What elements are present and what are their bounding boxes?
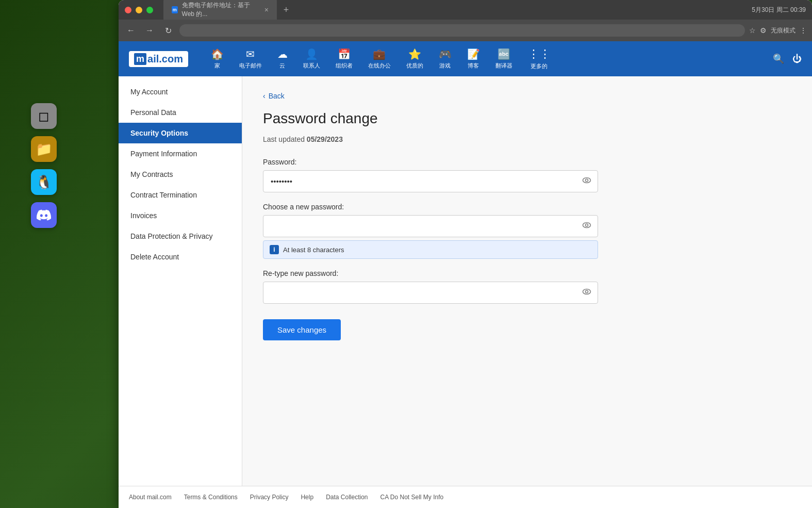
browser-window: m 免费电子邮件地址：基于 Web 的... × + 5月30日 周二 00:3… [119,0,812,508]
new-password-form-group: Choose a new password: i At least 8 char… [263,203,791,259]
back-nav-button[interactable]: ← [124,23,138,38]
nav-cloud[interactable]: ☁ 云 [270,45,295,73]
nav-more[interactable]: ⋮⋮ 更多的 [521,44,558,73]
sidebar-item-my-account[interactable]: My Account [119,81,242,102]
retype-password-input-wrapper [263,282,598,304]
save-changes-button[interactable]: Save changes [263,319,341,340]
last-updated-date: 05/29/2023 [307,135,343,143]
mailcom-logo[interactable]: mail.com [129,51,188,67]
sidebar-item-invoices[interactable]: Invoices [119,205,242,226]
password-input-wrapper [263,170,598,192]
last-updated-prefix: Last updated [263,135,307,143]
nav-office[interactable]: 💼 在线办公 [361,45,398,73]
logout-icon[interactable]: ⏻ [792,54,802,64]
dock-icon-discord[interactable] [31,202,57,228]
info-icon: i [270,245,279,254]
title-bar-right: 5月30日 周二 00:39 [752,6,806,14]
password-toggle-icon[interactable] [582,175,592,188]
top-nav-icons: 🏠 家 ✉ 电子邮件 ☁ 云 👤 联系人 📅 组织者 💼 在线办公 [204,44,773,73]
sidebar-item-payment-information[interactable]: Payment Information [119,143,242,164]
svg-point-1 [586,179,588,182]
new-password-input-wrapper [263,215,598,237]
mailcom-topbar: mail.com 🏠 家 ✉ 电子邮件 ☁ 云 👤 联系人 📅 组织者 [119,41,812,76]
nav-bar: ← → ↻ navigator-lxa.mail.com/ciss?sid=78… [119,20,812,41]
nav-email-label: 电子邮件 [239,62,262,70]
sidebar-item-data-protection[interactable]: Data Protection & Privacy [119,226,242,247]
content-area: ‹ Back Password change Last updated 05/2… [242,76,812,486]
reload-button[interactable]: ↻ [161,23,175,38]
nav-premium[interactable]: ⭐ 优质的 [399,45,430,73]
nav-blog[interactable]: 📝 博客 [460,45,487,73]
close-button[interactable] [125,7,131,13]
tab-favicon: m [172,6,178,13]
svg-point-0 [583,177,591,183]
new-password-label: Choose a new password: [263,203,791,211]
retype-password-toggle-icon[interactable] [582,286,592,299]
new-password-input[interactable] [263,215,598,237]
footer-do-not-sell[interactable]: CA Do Not Sell My Info [380,494,444,501]
password-label: Password: [263,158,791,166]
sidebar: My Account Personal Data Security Option… [119,76,242,486]
title-bar: m 免费电子邮件地址：基于 Web 的... × + 5月30日 周二 00:3… [119,0,812,20]
sidebar-item-personal-data[interactable]: Personal Data [119,102,242,123]
nav-more-label: 更多的 [531,62,548,70]
nav-translate-label: 翻译器 [495,62,512,70]
new-tab-button[interactable]: + [279,3,293,17]
minimize-button[interactable] [136,7,142,13]
sidebar-item-delete-account[interactable]: Delete Account [119,247,242,267]
nav-cloud-label: 云 [279,62,285,70]
nav-email[interactable]: ✉ 电子邮件 [232,45,269,73]
nav-office-label: 在线办公 [368,62,391,70]
address-bar[interactable]: navigator-lxa.mail.com/ciss?sid=786ddebf… [179,24,745,37]
datetime-display: 5月30日 周二 00:39 [752,6,806,14]
footer-help[interactable]: Help [301,494,313,501]
svg-point-5 [586,290,588,293]
page-title: Password change [263,110,791,127]
bookmark-icon[interactable]: ☆ [749,26,756,35]
sidebar-item-contract-termination[interactable]: Contract Termination [119,185,242,205]
retype-password-label: Re-type new password: [263,269,791,277]
nav-games[interactable]: 🎮 游戏 [432,45,459,73]
nav-games-label: 游戏 [439,62,451,70]
nav-bar-right: ☆ ⚙ 无痕模式 ⋮ [749,26,807,35]
dock-icon-qq[interactable]: 🐧 [31,169,57,195]
search-icon[interactable]: 🔍 [773,53,784,64]
close-tab-icon[interactable]: × [264,6,269,14]
maximize-button[interactable] [146,7,153,13]
new-password-toggle-icon[interactable] [582,220,592,233]
browser-tab[interactable]: m 免费电子邮件地址：基于 Web 的... × [163,0,277,22]
svg-point-2 [583,222,591,227]
footer: About mail.com Terms & Conditions Privac… [119,486,812,508]
extension-icon[interactable]: ⚙ [760,26,767,35]
nav-organizer[interactable]: 📅 组织者 [328,45,360,73]
sidebar-item-my-contracts[interactable]: My Contracts [119,164,242,185]
tab-bar: m 免费电子邮件地址：基于 Web 的... × + [163,0,748,22]
dock-icon-folder[interactable]: 📁 [31,136,57,162]
back-link[interactable]: ‹ Back [263,92,791,100]
current-password-input[interactable] [263,170,598,192]
password-hint: i At least 8 characters [263,240,598,259]
dock: ◻ 📁 🐧 [31,103,57,228]
footer-data-collection[interactable]: Data Collection [326,494,368,501]
nav-contacts[interactable]: 👤 联系人 [296,45,327,73]
nav-translate[interactable]: 🔤 翻译器 [488,45,520,73]
hint-text: At least 8 characters [283,246,344,254]
back-link-label: Back [269,92,285,100]
retype-password-input[interactable] [263,282,598,304]
nav-organizer-label: 组织者 [336,62,353,70]
no-trace-mode: 无痕模式 [771,26,796,35]
retype-password-form-group: Re-type new password: [263,269,791,304]
forward-nav-button[interactable]: → [142,23,157,38]
footer-privacy[interactable]: Privacy Policy [250,494,289,501]
nav-home[interactable]: 🏠 家 [204,45,231,73]
footer-terms[interactable]: Terms & Conditions [184,494,238,501]
footer-about[interactable]: About mail.com [129,494,172,501]
last-updated: Last updated 05/29/2023 [263,135,791,143]
main-content: My Account Personal Data Security Option… [119,76,812,486]
nav-home-label: 家 [214,62,220,70]
dock-icon-finder[interactable]: ◻ [31,103,57,129]
nav-blog-label: 博客 [468,62,479,70]
menu-icon[interactable]: ⋮ [800,26,807,35]
sidebar-item-security-options[interactable]: Security Options [119,123,242,143]
svg-point-3 [586,224,588,226]
